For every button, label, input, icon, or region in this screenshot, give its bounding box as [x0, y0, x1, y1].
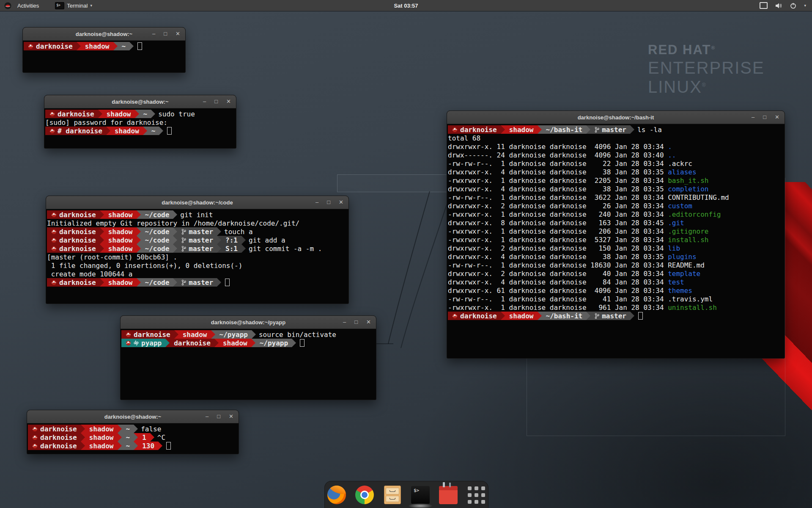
prompt-segment: shadow: [104, 278, 137, 287]
redhat-icon: [32, 426, 38, 432]
powerline-arrow-icon: [100, 210, 104, 219]
terminal-window-pyapp: darknoise@shadow:~/pyapp–□✕darknoiseshad…: [120, 315, 376, 400]
minimize-button[interactable]: –: [152, 28, 155, 40]
powerline-arrow-icon: [251, 339, 255, 347]
prompt-segment-label: shadow: [115, 127, 139, 135]
minimize-button[interactable]: –: [343, 316, 346, 329]
file-meta: -rwxrwxr-x. 1 darknoise darknoise 240 Ja…: [448, 210, 668, 218]
command-text: git commit -a -m .: [246, 245, 322, 253]
file-meta: drwxrwxr-x. 2 darknoise darknoise 40 Jan…: [448, 270, 668, 278]
terminal-content[interactable]: darknoiseshadow~/bash-itmasterls -latota…: [447, 124, 785, 358]
powerline-arrow-icon: [100, 244, 104, 253]
terminal-content[interactable]: darknoiseshadow~/codegit initInitialized…: [46, 209, 348, 304]
prompt-segment-label: ~: [143, 110, 148, 118]
prompt-segment: shadow: [85, 442, 118, 450]
close-button[interactable]: ✕: [226, 95, 231, 108]
file-name: .gitignore: [668, 227, 708, 235]
file-meta: drwxrwxr-x. 4 darknoise darknoise 38 Jan…: [448, 253, 668, 261]
redhat-icon: [32, 435, 38, 440]
prompt-segment-label: shadow: [107, 110, 131, 118]
powerline-arrow-icon: [158, 442, 162, 450]
volume-icon[interactable]: [775, 3, 782, 9]
terminal-line: drwxrwxr-x. 4 darknoise darknoise 84 Jan…: [448, 278, 785, 286]
redhat-icon: [51, 237, 57, 243]
terminal-line: darknoiseshadow~130: [28, 442, 239, 450]
titlebar[interactable]: darknoise@shadow:~–□✕: [27, 410, 239, 423]
prompt-segment-label: darknoise: [174, 339, 211, 347]
maximize-button[interactable]: □: [327, 196, 330, 209]
maximize-button[interactable]: □: [164, 28, 167, 40]
terminal-content[interactable]: darknoiseshadow~falsedarknoiseshadow~1^C…: [27, 423, 239, 454]
powerline-arrow-icon: [217, 278, 221, 287]
terminal-icon[interactable]: $>: [411, 485, 430, 505]
titlebar[interactable]: darknoise@shadow:~–□✕: [44, 95, 236, 108]
terminal-line: darknoiseshadow~1^C: [28, 433, 239, 442]
powerline-arrow-icon: [586, 125, 590, 134]
minimize-button[interactable]: –: [752, 111, 754, 124]
prompt-segment: darknoise: [28, 442, 81, 450]
clock[interactable]: Sat 03:57: [0, 3, 812, 9]
close-button[interactable]: ✕: [229, 410, 233, 423]
file-name: .travis.yml: [668, 295, 713, 303]
terminal-line: -rwxrwxr-x. 1 darknoise darknoise 5327 J…: [448, 235, 785, 244]
files-icon[interactable]: [383, 485, 402, 505]
display-icon[interactable]: [760, 2, 768, 9]
terminal-line: drwxrwxr-x. 4 darknoise darknoise 38 Jan…: [448, 168, 785, 176]
file-name: CONTRIBUTING.md: [668, 193, 729, 202]
terminal-content[interactable]: darknoiseshadow~sudo true[sudo] password…: [44, 108, 236, 148]
command-text: git init: [177, 211, 213, 219]
window-title: darknoise@shadow:~/code: [46, 199, 348, 206]
powerline-arrow-icon: [211, 330, 215, 339]
toolbox-icon[interactable]: [439, 485, 458, 505]
redhat-icon: [51, 229, 57, 235]
minimize-button[interactable]: –: [315, 196, 318, 209]
terminal-line: drwxrwxr-x. 4 darknoise darknoise 38 Jan…: [448, 252, 785, 261]
power-icon[interactable]: [790, 3, 796, 9]
terminal-line: drwxrwxr-x. 11 darknoise darknoise 4096 …: [448, 142, 785, 151]
prompt-segment: ~/code: [141, 244, 173, 253]
close-button[interactable]: ✕: [366, 316, 371, 329]
prompt-segment-label: darknoise: [40, 433, 77, 442]
powerline-arrow-icon: [165, 339, 170, 347]
prompt-segment: darknoise: [121, 330, 174, 339]
git-branch-icon: [181, 246, 186, 252]
prompt-segment-label: 130: [142, 442, 154, 450]
file-meta: -rw-rw-r--. 1 darknoise darknoise 41 Jan…: [448, 295, 668, 303]
redhat-icon: [51, 212, 57, 218]
titlebar[interactable]: darknoise@shadow:~/code–□✕: [46, 196, 348, 209]
app-grid-icon[interactable]: [466, 485, 486, 505]
maximize-button[interactable]: □: [354, 316, 358, 329]
output-text: create mode 100644 a: [47, 270, 132, 278]
close-button[interactable]: ✕: [339, 196, 343, 209]
maximize-button[interactable]: □: [763, 111, 766, 124]
prompt-segment: ~: [139, 110, 151, 118]
prompt-segment: S:1: [221, 244, 241, 253]
firefox-icon[interactable]: [327, 485, 346, 505]
terminal-content[interactable]: darknoiseshadow~: [23, 41, 185, 72]
prompt-segment-label: shadow: [509, 312, 534, 320]
desktop: { "top_bar": { "activities_label": "Acti…: [0, 0, 812, 508]
prompt-segment: shadow: [505, 312, 538, 320]
powerline-arrow-icon: [118, 433, 122, 442]
minimize-button[interactable]: –: [203, 95, 206, 108]
titlebar[interactable]: darknoise@shadow:~/pyapp–□✕: [121, 316, 376, 329]
minimize-button[interactable]: –: [206, 410, 208, 423]
chrome-icon[interactable]: [355, 485, 374, 505]
prompt-segment-label: shadow: [108, 228, 133, 236]
close-button[interactable]: ✕: [176, 28, 180, 40]
close-button[interactable]: ✕: [775, 111, 779, 124]
redhat-icon: [32, 443, 38, 449]
titlebar[interactable]: darknoise@shadow:~/bash-it–□✕: [447, 111, 785, 124]
file-meta: -rwxrwxr-x. 1 darknoise darknoise 2205 J…: [448, 177, 668, 185]
prompt-segment-label: shadow: [89, 442, 114, 450]
terminal-content[interactable]: darknoiseshadow~/pyappsource bin/activat…: [121, 329, 376, 400]
prompt-segment-label: shadow: [89, 425, 114, 433]
chevron-down-icon[interactable]: ▾: [804, 3, 806, 8]
terminal-line: darknoiseshadow~sudo true: [45, 110, 236, 118]
prompt-segment-label: shadow: [183, 331, 207, 339]
maximize-button[interactable]: □: [217, 410, 220, 423]
powerline-arrow-icon: [81, 433, 85, 442]
maximize-button[interactable]: □: [214, 95, 218, 108]
titlebar[interactable]: darknoise@shadow:~–□✕: [23, 28, 185, 41]
prompt-segment-label: darknoise: [59, 228, 96, 236]
